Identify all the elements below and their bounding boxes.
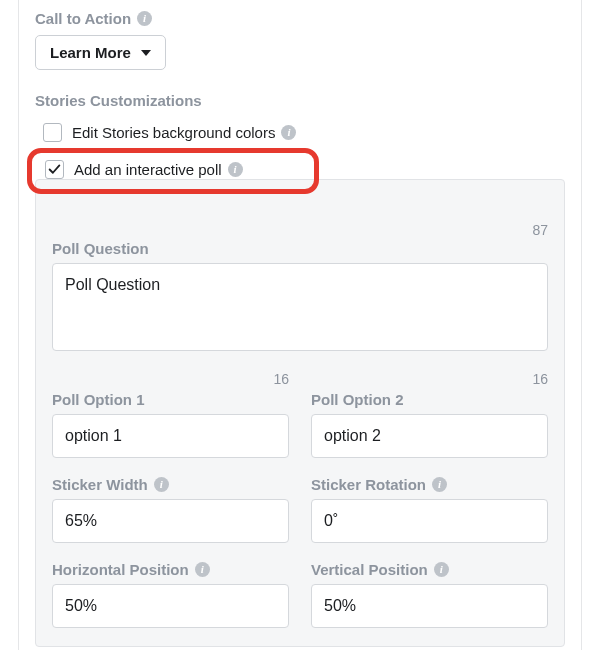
info-icon[interactable]: i	[137, 11, 152, 26]
poll-question-input[interactable]: Poll Question	[52, 263, 548, 351]
horizontal-position-cell: Horizontal Position i	[52, 561, 289, 628]
info-icon[interactable]: i	[281, 125, 296, 140]
chevron-down-icon	[141, 50, 151, 56]
vertical-position-input[interactable]	[311, 584, 548, 628]
poll-question-label: Poll Question	[52, 240, 548, 257]
add-poll-row: Add an interactive poll i	[41, 154, 565, 185]
check-icon	[48, 163, 61, 176]
info-icon[interactable]: i	[154, 477, 169, 492]
add-poll-checkbox[interactable]	[45, 160, 64, 179]
info-icon[interactable]: i	[228, 162, 243, 177]
info-icon[interactable]: i	[195, 562, 210, 577]
edit-bg-checkbox[interactable]	[43, 123, 62, 142]
edit-bg-row: Edit Stories background colors i	[41, 119, 565, 146]
sticker-rotation-input[interactable]	[311, 499, 548, 543]
poll-option1-input[interactable]	[52, 414, 289, 458]
vertical-position-label: Vertical Position	[311, 561, 428, 578]
sticker-rotation-cell: Sticker Rotation i	[311, 476, 548, 543]
poll-question-counter: 87	[52, 222, 548, 238]
cta-dropdown-value: Learn More	[50, 44, 131, 61]
poll-option2-cell: 16 Poll Option 2	[311, 371, 548, 458]
add-poll-label: Add an interactive poll	[74, 161, 222, 178]
poll-panel: 87 Poll Question Poll Question 16 Poll O…	[35, 179, 565, 647]
poll-option2-counter: 16	[311, 371, 548, 387]
poll-option1-label: Poll Option 1	[52, 391, 289, 408]
cta-label-text: Call to Action	[35, 10, 131, 27]
info-icon[interactable]: i	[434, 562, 449, 577]
cta-label: Call to Action i	[35, 10, 565, 27]
horizontal-position-input[interactable]	[52, 584, 289, 628]
stories-section-title: Stories Customizations	[35, 92, 565, 109]
poll-option1-cell: 16 Poll Option 1	[52, 371, 289, 458]
poll-option2-label: Poll Option 2	[311, 391, 548, 408]
poll-option2-input[interactable]	[311, 414, 548, 458]
edit-bg-label: Edit Stories background colors	[72, 124, 275, 141]
sticker-width-cell: Sticker Width i	[52, 476, 289, 543]
poll-option1-counter: 16	[52, 371, 289, 387]
sticker-rotation-label: Sticker Rotation	[311, 476, 426, 493]
info-icon[interactable]: i	[432, 477, 447, 492]
sticker-width-input[interactable]	[52, 499, 289, 543]
form-container: Call to Action i Learn More Stories Cust…	[18, 0, 582, 650]
sticker-width-label: Sticker Width	[52, 476, 148, 493]
horizontal-position-label: Horizontal Position	[52, 561, 189, 578]
vertical-position-cell: Vertical Position i	[311, 561, 548, 628]
cta-dropdown[interactable]: Learn More	[35, 35, 166, 70]
